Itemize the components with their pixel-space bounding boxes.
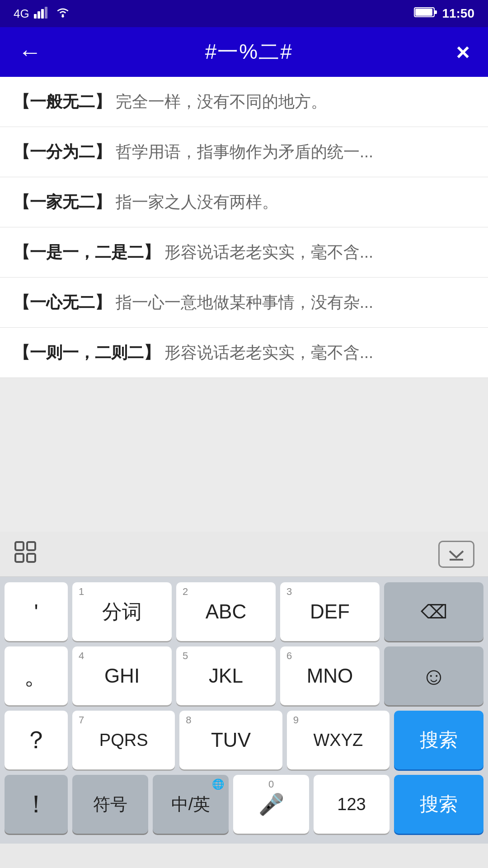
key-row-2: 。 4 GHI 5 JKL 6 MNO ☺ — [5, 646, 483, 705]
result-desc-5: 形容说话老老实实，毫不含... — [164, 343, 373, 362]
result-item-3[interactable]: 【一是一，二是二】 形容说话老老实实，毫不含... — [0, 227, 488, 278]
result-term-2: 【一家无二】 — [14, 193, 111, 211]
svg-rect-0 — [34, 14, 37, 19]
key-4[interactable]: 4 GHI — [72, 646, 172, 705]
svg-rect-9 — [27, 542, 35, 550]
result-term-4: 【一心无二】 — [14, 293, 111, 311]
key-row-4: ！ 符号 🌐 中/英 0 🎤 123 搜索 — [5, 775, 483, 838]
result-desc-4: 指一心一意地做某种事情，没有杂... — [116, 293, 373, 311]
result-term-0: 【一般无二】 — [14, 92, 111, 111]
result-item-0[interactable]: 【一般无二】 完全一样，没有不同的地方。 — [0, 77, 488, 127]
key-123[interactable]: 123 — [314, 775, 389, 834]
result-desc-2: 指一家之人没有两样。 — [116, 193, 278, 211]
keyboard: ' 1 分词 2 ABC 3 DEF ⌫ 。 4 — [0, 532, 488, 844]
result-item-5[interactable]: 【一则一，二则二】 形容说话老老实实，毫不含... — [0, 328, 488, 378]
key-2[interactable]: 2 ABC — [176, 582, 276, 641]
result-term-1: 【一分为二】 — [14, 142, 111, 161]
svg-rect-8 — [15, 542, 23, 550]
results-list: 【一般无二】 完全一样，没有不同的地方。 【一分为二】 哲学用语，指事物作为矛盾… — [0, 77, 488, 378]
network-label: 4G — [14, 7, 29, 21]
key-6[interactable]: 6 MNO — [280, 646, 380, 705]
search-button-bottom[interactable]: 搜索 — [394, 775, 483, 834]
result-desc-3: 形容说话老老实实，毫不含... — [164, 243, 373, 261]
symbol-button[interactable]: 符号 — [72, 775, 148, 834]
status-bar: 4G 11:50 — [0, 0, 488, 27]
emoji-button[interactable]: ☺ — [384, 646, 483, 705]
key-exclaim[interactable]: ！ — [5, 775, 68, 834]
svg-point-4 — [61, 15, 64, 17]
key-question[interactable]: ？ — [5, 711, 68, 769]
lang-button[interactable]: 🌐 中/英 — [153, 775, 229, 834]
key-comma[interactable]: ' — [5, 582, 68, 641]
status-right: 11:50 — [414, 6, 474, 21]
search-title: #一%二# — [205, 38, 293, 66]
keyboard-hide-button[interactable] — [438, 541, 474, 568]
result-term-5: 【一则一，二则二】 — [14, 343, 160, 362]
svg-rect-10 — [15, 554, 23, 562]
result-item-1[interactable]: 【一分为二】 哲学用语，指事物作为矛盾的统一... — [0, 127, 488, 177]
keyboard-toolbar — [0, 532, 488, 577]
battery-icon — [414, 6, 437, 21]
key-5[interactable]: 5 JKL — [176, 646, 276, 705]
time-display: 11:50 — [442, 6, 474, 21]
result-item-2[interactable]: 【一家无二】 指一家之人没有两样。 — [0, 177, 488, 227]
backspace-button[interactable]: ⌫ — [384, 582, 483, 641]
result-term-3: 【一是一，二是二】 — [14, 243, 160, 261]
grid-icon[interactable] — [14, 540, 37, 568]
result-desc-1: 哲学用语，指事物作为矛盾的统一... — [116, 142, 373, 161]
svg-rect-7 — [434, 10, 437, 14]
key-row-1: ' 1 分词 2 ABC 3 DEF ⌫ — [5, 582, 483, 641]
key-7[interactable]: 7 PQRS — [72, 711, 175, 769]
key-period[interactable]: 。 — [5, 646, 68, 705]
wifi-icon — [55, 6, 71, 22]
svg-rect-1 — [38, 11, 40, 19]
svg-rect-6 — [415, 9, 432, 16]
svg-rect-2 — [41, 9, 44, 19]
svg-rect-3 — [45, 7, 47, 19]
key-9[interactable]: 9 WXYZ — [287, 711, 389, 769]
status-left: 4G — [14, 6, 71, 22]
signal-icon — [34, 6, 50, 22]
back-button[interactable]: ← — [18, 38, 42, 66]
result-item-4[interactable]: 【一心无二】 指一心一意地做某种事情，没有杂... — [0, 278, 488, 328]
key-row-3: ？ 7 PQRS 8 TUV 9 WXYZ 搜索 — [5, 711, 483, 769]
close-button[interactable]: × — [456, 38, 470, 66]
key-1[interactable]: 1 分词 — [72, 582, 172, 641]
keyboard-rows: ' 1 分词 2 ABC 3 DEF ⌫ 。 4 — [0, 577, 488, 844]
result-desc-0: 完全一样，没有不同的地方。 — [116, 92, 327, 111]
header: ← #一%二# × — [0, 27, 488, 77]
key-3[interactable]: 3 DEF — [280, 582, 380, 641]
svg-rect-11 — [27, 554, 35, 562]
key-8[interactable]: 8 TUV — [179, 711, 282, 769]
space-button[interactable]: 0 🎤 — [233, 775, 309, 834]
search-button-right[interactable]: 搜索 — [394, 711, 483, 769]
empty-area — [0, 378, 488, 532]
